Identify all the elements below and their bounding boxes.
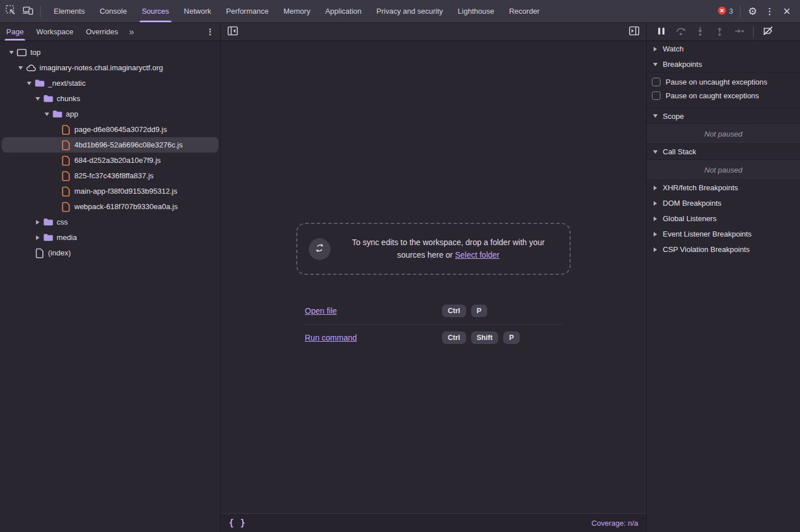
- tree-item-media[interactable]: media: [0, 230, 220, 245]
- pause-caught-exceptions-checkbox[interactable]: [652, 91, 660, 100]
- step-into-button[interactable]: [691, 23, 709, 41]
- tree-item-app[interactable]: app: [0, 106, 220, 122]
- section-breakpoints[interactable]: Breakpoints: [647, 57, 800, 72]
- document-icon: [34, 248, 45, 258]
- tree-item-js-file[interactable]: 684-d252a3b20a10e7f9.js: [0, 153, 220, 168]
- inspect-element-button[interactable]: [2, 3, 19, 20]
- toolbar-right-icons: 3 ⚙ ⋮ ×: [714, 0, 800, 22]
- section-call-stack[interactable]: Call Stack: [647, 144, 800, 159]
- navigator-tab-workspace[interactable]: Workspace: [30, 23, 79, 41]
- tree-item-label: page-d6e80645a3072dd9.js: [74, 125, 167, 134]
- open-file-link-text[interactable]: Open file: [305, 306, 337, 315]
- more-options-button[interactable]: ⋮: [761, 3, 778, 20]
- pause-uncaught-exceptions-row[interactable]: Pause on uncaught exceptions: [647, 75, 800, 89]
- tab-recorder[interactable]: Recorder: [502, 0, 547, 22]
- js-file-icon: [60, 186, 71, 197]
- checkbox-label: Pause on uncaught exceptions: [666, 78, 767, 86]
- section-dom-breakpoints[interactable]: DOM Breakpoints: [647, 195, 800, 211]
- editor-empty-state: To sync edits to the workspace, drop a f…: [221, 41, 646, 513]
- frame-icon: [16, 48, 27, 57]
- js-file-icon: [60, 202, 71, 212]
- tab-application[interactable]: Application: [318, 0, 369, 22]
- debugger-sidebar: Watch Breakpoints Pause on uncaught exce…: [647, 41, 800, 532]
- tab-network[interactable]: Network: [177, 0, 219, 22]
- open-file-link[interactable]: Open file: [305, 306, 442, 315]
- section-label: CSP Violation Breakpoints: [663, 245, 750, 254]
- kebab-menu-icon: ⋮: [766, 7, 774, 15]
- tree-item-label: top: [30, 48, 41, 57]
- toolbar-left-icons: [0, 0, 46, 22]
- select-folder-link[interactable]: Select folder: [455, 250, 500, 259]
- tab-performance[interactable]: Performance: [218, 0, 276, 22]
- navigator-tab-page[interactable]: Page: [0, 23, 30, 41]
- pause-caught-exceptions-row[interactable]: Pause on caught exceptions: [647, 89, 800, 102]
- close-devtools-button[interactable]: ×: [778, 3, 795, 20]
- devtools-main-toolbar: Elements Console Sources Network Perform…: [0, 0, 800, 23]
- tree-item-next-static[interactable]: _next/static: [0, 75, 220, 91]
- expand-arrow-icon[interactable]: [25, 82, 34, 85]
- shortcut-run-command: Run command Ctrl Shift P: [305, 324, 562, 350]
- more-tabs-button[interactable]: »: [125, 23, 139, 41]
- expand-arrow-icon[interactable]: [33, 220, 42, 225]
- toggle-device-toolbar-button[interactable]: [19, 3, 37, 20]
- tree-item-js-file[interactable]: main-app-f38f0d9153b95312.js: [0, 183, 220, 199]
- panel-tab-bar: Elements Console Sources Network Perform…: [46, 0, 714, 22]
- tab-lighthouse[interactable]: Lighthouse: [451, 0, 502, 22]
- tree-item-top[interactable]: top: [0, 45, 220, 60]
- editor-toolbar: [221, 23, 647, 41]
- expand-arrow-icon[interactable]: [7, 51, 16, 54]
- pretty-print-button[interactable]: { }: [229, 518, 246, 528]
- settings-button[interactable]: ⚙: [744, 3, 761, 20]
- section-global-listeners[interactable]: Global Listeners: [647, 211, 800, 226]
- pause-script-button[interactable]: [652, 23, 670, 41]
- tab-elements[interactable]: Elements: [46, 0, 92, 22]
- pause-uncaught-exceptions-checkbox[interactable]: [652, 78, 660, 86]
- coverage-status-link[interactable]: Coverage: n/a: [591, 519, 638, 527]
- toolbar-divider: [740, 6, 741, 17]
- tree-item-label: (index): [48, 249, 71, 257]
- expand-arrow-icon[interactable]: [16, 66, 25, 70]
- tab-memory[interactable]: Memory: [276, 0, 318, 22]
- step-over-button[interactable]: [672, 23, 689, 41]
- hide-debugger-sidebar-button[interactable]: [626, 23, 643, 41]
- step-button[interactable]: [730, 23, 747, 41]
- run-command-link-text[interactable]: Run command: [305, 333, 357, 342]
- step-out-button[interactable]: [711, 23, 728, 41]
- tree-item-index[interactable]: (index): [0, 245, 220, 261]
- section-watch[interactable]: Watch: [647, 41, 800, 57]
- expand-arrow-icon[interactable]: [33, 235, 42, 240]
- tree-item-js-file[interactable]: webpack-618f707b9330ea0a.js: [0, 199, 220, 214]
- tree-item-chunks[interactable]: chunks: [0, 91, 220, 106]
- expand-arrow-icon: [651, 150, 659, 154]
- expand-arrow-icon[interactable]: [42, 113, 51, 116]
- error-count-badge[interactable]: 3: [714, 6, 737, 17]
- navigator-tab-overrides[interactable]: Overrides: [79, 23, 124, 41]
- section-csp-violation-breakpoints[interactable]: CSP Violation Breakpoints: [647, 242, 800, 257]
- tree-item-label: webpack-618f707b9330ea0a.js: [74, 202, 178, 211]
- expand-arrow-icon: [651, 47, 659, 51]
- hide-navigator-button[interactable]: [224, 23, 241, 41]
- shortcut-hints: Open file Ctrl P Run command Ctrl Shift …: [305, 298, 562, 350]
- panel-collapse-left-icon: [227, 25, 238, 38]
- section-xhr-fetch-breakpoints[interactable]: XHR/fetch Breakpoints: [647, 180, 800, 195]
- navigator-more-options-button[interactable]: ⋮: [200, 23, 220, 41]
- tree-item-css[interactable]: css: [0, 214, 220, 230]
- expand-arrow-icon[interactable]: [33, 97, 42, 101]
- tree-item-js-file[interactable]: 825-fc37c436f8ffa837.js: [0, 168, 220, 183]
- tab-sources[interactable]: Sources: [134, 0, 177, 22]
- step-over-icon: [675, 26, 686, 38]
- expand-arrow-icon: [651, 201, 659, 206]
- tree-item-domain[interactable]: imaginary-notes.chal.imaginaryctf.org: [0, 60, 220, 75]
- tab-privacy-and-security[interactable]: Privacy and security: [369, 0, 450, 22]
- section-label: XHR/fetch Breakpoints: [663, 183, 738, 192]
- run-command-link[interactable]: Run command: [305, 333, 442, 342]
- tab-console[interactable]: Console: [92, 0, 134, 22]
- deactivate-breakpoints-button[interactable]: [759, 23, 777, 41]
- expand-arrow-icon: [651, 186, 659, 190]
- section-scope[interactable]: Scope: [647, 108, 800, 123]
- tree-item-label: chunks: [57, 94, 80, 103]
- tree-item-js-file-selected[interactable]: 4bd1b696-52a6696c08e3276c.js: [2, 137, 218, 153]
- tree-item-js-file[interactable]: page-d6e80645a3072dd9.js: [0, 122, 220, 137]
- section-event-listener-breakpoints[interactable]: Event Listener Breakpoints: [647, 226, 800, 242]
- js-file-icon: [60, 140, 71, 150]
